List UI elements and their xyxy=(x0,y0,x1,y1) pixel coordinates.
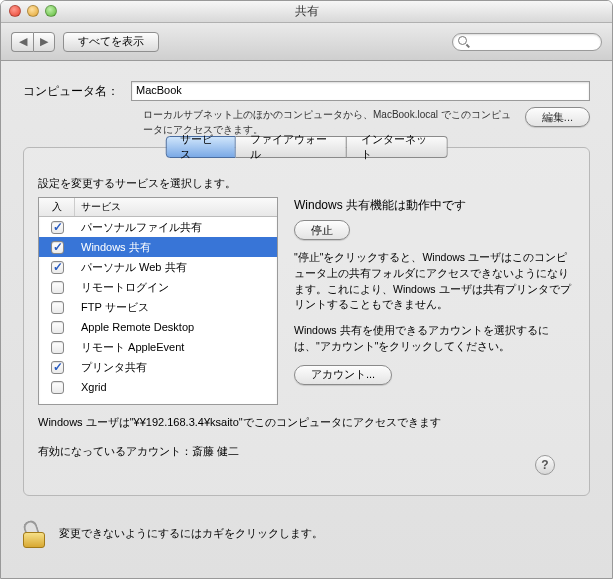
close-icon[interactable] xyxy=(9,5,21,17)
back-button[interactable]: ◀ xyxy=(11,32,33,52)
service-name: パーソナル Web 共有 xyxy=(75,260,277,275)
table-row[interactable]: リモートログイン xyxy=(39,277,277,297)
computer-name-input[interactable]: MacBook xyxy=(131,81,590,101)
computer-name-label: コンピュータ名： xyxy=(23,83,119,100)
service-checkbox[interactable] xyxy=(51,281,64,294)
tabs: サービスファイアウォールインターネット xyxy=(165,136,448,158)
enabled-account-label: 有効になっているアカウント：斎藤 健二 xyxy=(38,445,239,457)
nav-segment: ◀ ▶ xyxy=(11,32,55,52)
service-status-title: Windows 共有機能は動作中です xyxy=(294,197,575,214)
minimize-icon[interactable] xyxy=(27,5,39,17)
service-desc-2: Windows 共有を使用できるアカウントを選択するには、"アカウント"をクリッ… xyxy=(294,323,575,355)
stop-button[interactable]: 停止 xyxy=(294,220,350,240)
service-checkbox[interactable] xyxy=(51,241,64,254)
services-header: 入 サービス xyxy=(39,198,277,217)
service-desc-1: "停止"をクリックすると、Windows ユーザはこのコンピュータ上の共有フォル… xyxy=(294,250,575,313)
services-table[interactable]: 入 サービス パーソナルファイル共有Windows 共有パーソナル Web 共有… xyxy=(38,197,278,405)
lock-icon[interactable] xyxy=(23,518,49,548)
window-titlebar: 共有 xyxy=(1,1,612,23)
search-icon xyxy=(458,36,470,48)
table-row[interactable]: Windows 共有 xyxy=(39,237,277,257)
table-row[interactable]: Apple Remote Desktop xyxy=(39,317,277,337)
tab-2[interactable]: インターネット xyxy=(347,136,448,158)
service-name: Xgrid xyxy=(75,381,277,393)
show-all-button[interactable]: すべてを表示 xyxy=(63,32,159,52)
table-row[interactable]: プリンタ共有 xyxy=(39,357,277,377)
service-name: Windows 共有 xyxy=(75,240,277,255)
window-title: 共有 xyxy=(295,3,319,20)
service-name: Apple Remote Desktop xyxy=(75,321,277,333)
tab-0[interactable]: サービス xyxy=(165,136,236,158)
service-name: リモートログイン xyxy=(75,280,277,295)
content-area: コンピュータ名： MacBook ローカルサブネット上のほかのコンピュータから、… xyxy=(1,61,612,579)
toolbar: ◀ ▶ すべてを表示 xyxy=(1,23,612,61)
service-name: FTP サービス xyxy=(75,300,277,315)
service-name: プリンタ共有 xyxy=(75,360,277,375)
tab-1[interactable]: ファイアウォール xyxy=(236,136,347,158)
service-checkbox[interactable] xyxy=(51,321,64,334)
help-button[interactable]: ? xyxy=(535,455,555,475)
edit-button[interactable]: 編集... xyxy=(525,107,590,127)
account-button[interactable]: アカウント... xyxy=(294,365,392,385)
table-row[interactable]: パーソナルファイル共有 xyxy=(39,217,277,237)
service-detail: Windows 共有機能は動作中です 停止 "停止"をクリックすると、Windo… xyxy=(294,197,575,405)
services-caption: 設定を変更するサービスを選択します。 xyxy=(38,176,575,191)
service-name: パーソナルファイル共有 xyxy=(75,220,277,235)
service-checkbox[interactable] xyxy=(51,221,64,234)
col-on[interactable]: 入 xyxy=(39,198,75,216)
access-note: Windows ユーザは"¥¥192.168.3.4¥ksaito"でこのコンピ… xyxy=(38,415,575,430)
service-checkbox[interactable] xyxy=(51,381,64,394)
zoom-icon[interactable] xyxy=(45,5,57,17)
table-row[interactable]: Xgrid xyxy=(39,377,277,397)
service-checkbox[interactable] xyxy=(51,361,64,374)
sharing-groupbox: サービスファイアウォールインターネット 設定を変更するサービスを選択します。 入… xyxy=(23,147,590,496)
window-controls xyxy=(9,5,57,17)
forward-button[interactable]: ▶ xyxy=(33,32,55,52)
lock-note: 変更できないようにするにはカギをクリックします。 xyxy=(59,526,323,541)
search-input[interactable] xyxy=(452,33,602,51)
service-checkbox[interactable] xyxy=(51,261,64,274)
service-checkbox[interactable] xyxy=(51,301,64,314)
table-row[interactable]: パーソナル Web 共有 xyxy=(39,257,277,277)
table-row[interactable]: リモート AppleEvent xyxy=(39,337,277,357)
service-name: リモート AppleEvent xyxy=(75,340,277,355)
service-checkbox[interactable] xyxy=(51,341,64,354)
table-row[interactable]: FTP サービス xyxy=(39,297,277,317)
col-service[interactable]: サービス xyxy=(75,198,277,216)
